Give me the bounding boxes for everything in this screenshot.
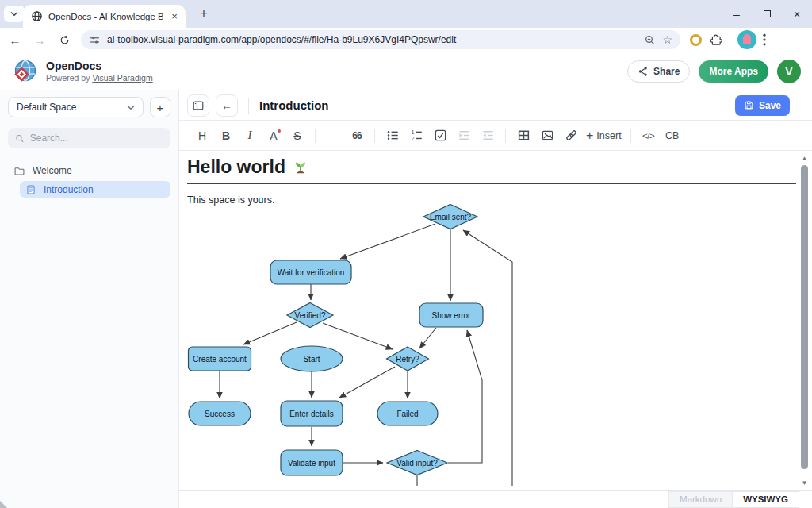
node-retry[interactable]: Retry?	[387, 347, 429, 371]
site-settings-icon[interactable]	[89, 34, 101, 46]
tab-search-button[interactable]	[4, 6, 25, 22]
font-color-button[interactable]: A	[262, 125, 285, 147]
save-label: Save	[759, 100, 781, 111]
scrollbar-thumb[interactable]	[801, 165, 808, 469]
tree-item-label: Welcome	[33, 165, 72, 176]
indent-button[interactable]	[452, 125, 476, 147]
search-input[interactable]	[30, 133, 163, 144]
url-text[interactable]: ai-toolbox.visual-paradigm.com/app/opend…	[107, 34, 638, 45]
space-selector-value: Default Space	[17, 102, 76, 113]
node-wait-verification[interactable]: Wait for verification	[270, 260, 351, 284]
edge-verified-to-create-account	[243, 322, 297, 344]
editor-scrollbar[interactable]: ▲ ▼	[799, 151, 810, 490]
editor-toolbar: H B I A S — 66 12	[179, 121, 812, 151]
tree-item-label: Introduction	[44, 184, 94, 195]
node-start[interactable]: Start	[281, 346, 343, 371]
node-create-account[interactable]: Create account	[189, 347, 251, 371]
minimize-button[interactable]: –	[722, 0, 752, 28]
search-box[interactable]	[8, 128, 170, 148]
image-button[interactable]	[535, 125, 559, 147]
horizontal-rule-button[interactable]: —	[321, 125, 345, 147]
table-button[interactable]	[511, 125, 535, 147]
tab-close-button[interactable]: ×	[168, 10, 181, 23]
inline-code-button[interactable]: </>	[637, 125, 661, 147]
checkbox-icon	[434, 129, 447, 142]
space-row: Default Space +	[8, 97, 170, 117]
strikethrough-button[interactable]: S	[285, 125, 309, 147]
powered-by-text: Powered by Visual Paradigm	[46, 73, 153, 83]
italic-button[interactable]: I	[238, 125, 262, 147]
node-show-error[interactable]: Show error	[419, 303, 483, 327]
add-space-button[interactable]: +	[150, 97, 170, 117]
app-body: Default Space + Welcome Introduct	[0, 90, 812, 508]
image-icon	[541, 129, 554, 142]
blockquote-button[interactable]: 66	[345, 125, 369, 147]
new-tab-button[interactable]: +	[194, 4, 213, 23]
zoom-page-icon[interactable]	[644, 34, 656, 46]
browser-profile-avatar[interactable]	[737, 30, 756, 49]
main-panel: ← Introduction Save H B I A S — 66	[179, 90, 812, 508]
refresh-button[interactable]	[55, 30, 74, 49]
visual-paradigm-link[interactable]: Visual Paradigm	[92, 73, 152, 83]
tree-item-welcome[interactable]: Welcome	[8, 162, 170, 179]
browser-tab[interactable]: OpenDocs - AI Knowledge Base ×	[23, 5, 186, 28]
table-icon	[517, 129, 530, 142]
extension-gold-icon[interactable]	[690, 34, 702, 46]
document-heading: Hello world	[187, 156, 796, 178]
scroll-down-arrow[interactable]: ▼	[799, 477, 810, 488]
toolbar-divider	[315, 129, 316, 143]
svg-text:1: 1	[411, 129, 414, 135]
checklist-button[interactable]	[428, 125, 452, 147]
bold-button[interactable]: B	[214, 125, 238, 147]
edge-offscreen-to-email-sent	[463, 230, 512, 486]
toolbar-divider	[630, 129, 631, 143]
space-selector[interactable]: Default Space	[8, 97, 144, 117]
forward-button[interactable]: →	[30, 30, 49, 49]
node-valid-input[interactable]: Valid input?	[387, 451, 447, 475]
extensions-puzzle-icon[interactable]	[710, 33, 722, 46]
toggle-sidebar-button[interactable]	[187, 94, 209, 117]
mode-markdown-button[interactable]: Markdown	[668, 491, 732, 508]
close-window-button[interactable]: ×	[782, 0, 812, 28]
back-doc-button[interactable]: ←	[216, 94, 238, 117]
editor-canvas[interactable]: Hello world This space is yours. Email s…	[179, 151, 812, 490]
heading-button[interactable]: H	[190, 125, 214, 147]
back-button[interactable]: ←	[6, 30, 25, 49]
node-failed[interactable]: Failed	[377, 402, 438, 425]
svg-text:Email sent?: Email sent?	[430, 213, 472, 221]
outdent-button[interactable]	[476, 125, 500, 147]
url-bar[interactable]: ai-toolbox.visual-paradigm.com/app/opend…	[81, 30, 680, 49]
maximize-button[interactable]	[752, 0, 782, 28]
mode-wysiwyg-button[interactable]: WYSIWYG	[732, 491, 799, 508]
share-icon	[638, 66, 649, 77]
edge-show-error-to-retry	[419, 328, 436, 348]
numbered-list-button[interactable]: 12	[404, 125, 428, 147]
svg-text:Enter details: Enter details	[289, 410, 334, 418]
browser-menu-icon[interactable]	[763, 33, 766, 46]
search-icon	[15, 133, 25, 144]
tree-item-introduction[interactable]: Introduction	[20, 181, 170, 198]
browser-toolbar: ← → ai-toolbox.visual-paradigm.com/app/o…	[0, 28, 812, 52]
flowchart-diagram[interactable]: Email sent?Wait for verificationVerified…	[179, 202, 536, 486]
heading-rule	[187, 183, 796, 184]
doc-header: ← Introduction Save	[179, 90, 812, 121]
edge-verified-to-retry	[323, 323, 393, 349]
link-button[interactable]	[559, 125, 583, 147]
user-avatar[interactable]: V	[777, 60, 801, 83]
svg-text:Validate input: Validate input	[288, 459, 335, 468]
page-title: Introduction	[259, 98, 328, 112]
document-tree: Welcome Introduction	[8, 162, 170, 198]
code-block-button[interactable]: CB	[661, 125, 684, 147]
window-controls: – ×	[722, 0, 812, 28]
save-button[interactable]: Save	[735, 95, 790, 116]
more-apps-button[interactable]: More Apps	[699, 60, 768, 83]
bookmark-star-icon[interactable]: ☆	[662, 33, 672, 46]
share-button[interactable]: Share	[627, 60, 690, 83]
svg-text:Failed: Failed	[396, 410, 418, 418]
bullet-list-button[interactable]	[381, 125, 404, 147]
node-success[interactable]: Success	[189, 402, 251, 425]
node-validate-input[interactable]: Validate input	[281, 450, 343, 475]
scroll-up-arrow[interactable]: ▲	[799, 152, 810, 164]
insert-button[interactable]: + Insert	[583, 125, 625, 147]
node-enter-details[interactable]: Enter details	[281, 401, 343, 426]
